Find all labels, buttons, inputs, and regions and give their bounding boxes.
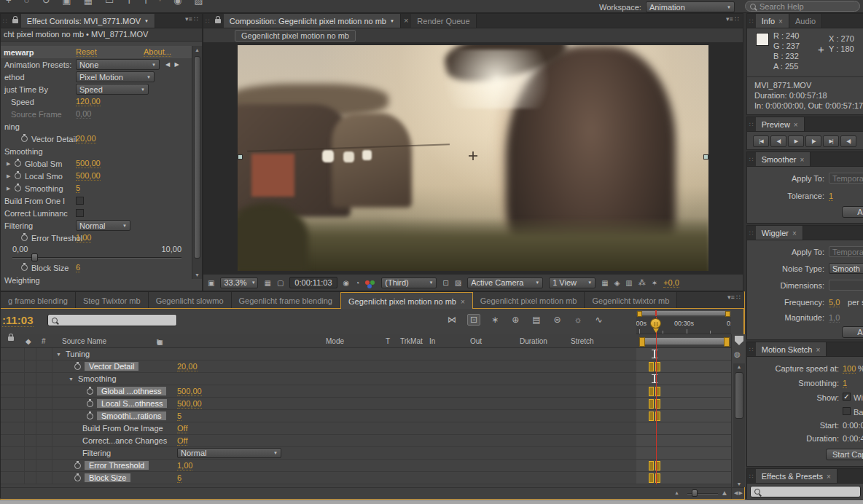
panel-grip[interactable]: ∷ (747, 120, 756, 129)
scroll-down-icon[interactable]: ▼ (192, 272, 202, 277)
property-name[interactable]: Smoothi...rations (97, 412, 166, 420)
property-slider[interactable]: 0,00 10,00 (1, 244, 192, 261)
auto-keyframe-icon[interactable]: ☼ (572, 315, 585, 325)
effect-property-row[interactable]: ▶ Smoothing ▼ (1, 145, 192, 157)
motion-blur-icon[interactable]: ▤ (530, 315, 542, 325)
pen-tool-icon[interactable]: I (144, 0, 147, 11)
property-value[interactable]: 20,00 (76, 134, 96, 143)
wireframe-checkbox[interactable]: ✓ (843, 393, 851, 401)
fast-previews-icon[interactable]: ◈ (614, 279, 620, 287)
layer-handle[interactable] (703, 154, 708, 160)
lock-icon[interactable] (215, 19, 221, 23)
pan-behind-tool-icon[interactable]: ▦ (84, 0, 93, 11)
panel-grip[interactable]: ∷ (747, 345, 756, 354)
workspace-select[interactable]: Animation▼ (646, 1, 735, 12)
playhead-pin[interactable] (650, 318, 661, 328)
stopwatch-icon[interactable] (87, 413, 93, 420)
property-value[interactable]: 500,00 (76, 171, 101, 181)
mini-flowchart-icon[interactable]: ⋈ (445, 315, 458, 325)
timeline-property-row[interactable]: Global ...othness 500,00 ▼ (1, 385, 731, 398)
close-icon[interactable]: × (461, 298, 465, 306)
panel-menu-icon[interactable]: ▾≡ ∷ (181, 14, 202, 28)
about-link[interactable]: About... (144, 47, 171, 57)
property-dropdown[interactable]: Normal▼ (76, 220, 130, 231)
info-tab[interactable]: Info× (756, 14, 789, 28)
property-value[interactable]: 6 (177, 473, 181, 483)
panel-menu-icon[interactable]: ▾≡ ∷ (722, 14, 743, 28)
panel-grip[interactable]: ∷ (747, 229, 756, 237)
pixel-aspect-icon[interactable]: ▦ (601, 279, 608, 287)
zoom-out-icon[interactable]: ▲ (674, 490, 679, 495)
panel-grip[interactable]: ∷ (1, 17, 9, 25)
composition-viewport[interactable] (238, 45, 708, 271)
keyframe-marker[interactable] (649, 412, 665, 420)
property-name[interactable]: Local S...othness (97, 399, 167, 408)
next-frame-button[interactable]: |▶ (805, 135, 821, 147)
close-icon[interactable]: × (827, 473, 831, 481)
close-icon[interactable]: × (778, 17, 783, 25)
smoother-tab[interactable]: Smoother× (756, 152, 811, 166)
property-name[interactable]: Tuning (66, 350, 90, 358)
preview-tab[interactable]: Preview× (756, 117, 805, 131)
property-name[interactable]: Smoothing (78, 374, 117, 383)
property-name[interactable]: Block Size (85, 473, 130, 482)
property-value[interactable]: 500,00 (177, 399, 202, 409)
property-value[interactable]: 500,00 (76, 159, 101, 168)
noise-type-select[interactable]: Smooth (829, 263, 863, 274)
channels-icon[interactable] (365, 280, 370, 285)
layer-handle[interactable] (238, 154, 243, 160)
timeline-tab[interactable]: Gegenlicht frame blending× (232, 292, 340, 308)
property-checkbox[interactable] (76, 209, 84, 217)
lock-icon[interactable] (12, 19, 18, 23)
twirl-icon[interactable]: ▼ (69, 377, 78, 382)
stopwatch-icon[interactable] (15, 160, 21, 167)
effect-header-row[interactable]: mewarp Reset About... (1, 46, 192, 58)
timeline-tab[interactable]: Gegenlicht pixel motion mb× (473, 292, 585, 308)
snapshot-icon[interactable]: ◉ (343, 279, 350, 287)
effect-property-row[interactable]: ▶ just Time By Speed▼ (1, 83, 192, 95)
close-icon[interactable]: × (401, 14, 411, 28)
panel-grip[interactable]: ∷ (747, 472, 756, 481)
stopwatch-icon[interactable] (74, 475, 81, 481)
smoothing-value[interactable]: 1 (843, 379, 847, 388)
close-icon[interactable]: × (800, 156, 804, 164)
zoom-in-icon[interactable]: ▲ (721, 489, 728, 497)
property-value[interactable]: 1,00 (76, 233, 91, 243)
transparency-grid-icon[interactable]: ▨ (455, 279, 461, 287)
timeline-tab[interactable]: g frame blending× (1, 292, 76, 308)
resolution-select[interactable]: (Third)▼ (381, 277, 437, 288)
stopwatch-icon[interactable] (15, 185, 21, 192)
tolerance-value[interactable]: 1 (829, 192, 833, 201)
stopwatch-icon[interactable] (21, 264, 28, 271)
keyframe-marker[interactable] (649, 399, 665, 408)
effect-property-row[interactable]: ▶ Filtering Normal▼ (1, 219, 192, 232)
timeline-timecode[interactable]: :11:03 (2, 314, 34, 327)
effect-property-row[interactable]: ▶ ethod Pixel Motion▼ (1, 71, 192, 83)
comp-button-icon[interactable]: ◍ (734, 350, 741, 358)
first-frame-button[interactable]: |◀ (753, 135, 769, 147)
property-dropdown[interactable]: Pixel Motion▼ (76, 71, 155, 82)
timeline-button-icon[interactable]: ▥ (625, 279, 632, 287)
timeline-property-row[interactable]: Filtering Normal▼ (1, 447, 731, 460)
effect-property-row[interactable]: ▶ Block Size 6 ▼ (1, 261, 192, 274)
effects-search-input[interactable] (750, 486, 861, 497)
twirl-icon[interactable]: ▶ (7, 161, 15, 167)
capture-speed-value[interactable]: 100 (843, 364, 856, 374)
timeline-property-row[interactable]: Smoothi...rations 5 ▼ (1, 410, 731, 422)
effect-property-row[interactable]: ▶ Animation Presets: None▼ ◀ ▶ (1, 58, 192, 71)
audio-tab[interactable]: Audio (789, 14, 822, 28)
background-checkbox[interactable] (843, 407, 851, 415)
effect-controls-scrollbar[interactable]: ▲ ▼ (192, 46, 202, 279)
timeline-tab[interactable]: Gegenlicht twixtor mb× (585, 292, 677, 308)
work-area-bar[interactable] (639, 337, 730, 345)
flowchart-icon[interactable]: ⁂ (639, 279, 646, 287)
property-value[interactable]: 1,00 (177, 461, 192, 470)
composition-tab[interactable]: Composition: Gegenlicht pixel motion no … (224, 14, 401, 28)
reset-link[interactable]: Reset (76, 47, 97, 57)
target-region-icon[interactable]: ⊡ (442, 279, 448, 287)
effect-property-row[interactable]: ▶ Local Smo 500,00 ▼ (1, 170, 192, 182)
keyframe-marker[interactable] (649, 362, 665, 371)
motion-sketch-tab[interactable]: Motion Sketch× (756, 342, 827, 356)
property-value[interactable]: 500,00 (177, 387, 202, 396)
camera-tool-icon[interactable]: ▣ (62, 0, 71, 11)
